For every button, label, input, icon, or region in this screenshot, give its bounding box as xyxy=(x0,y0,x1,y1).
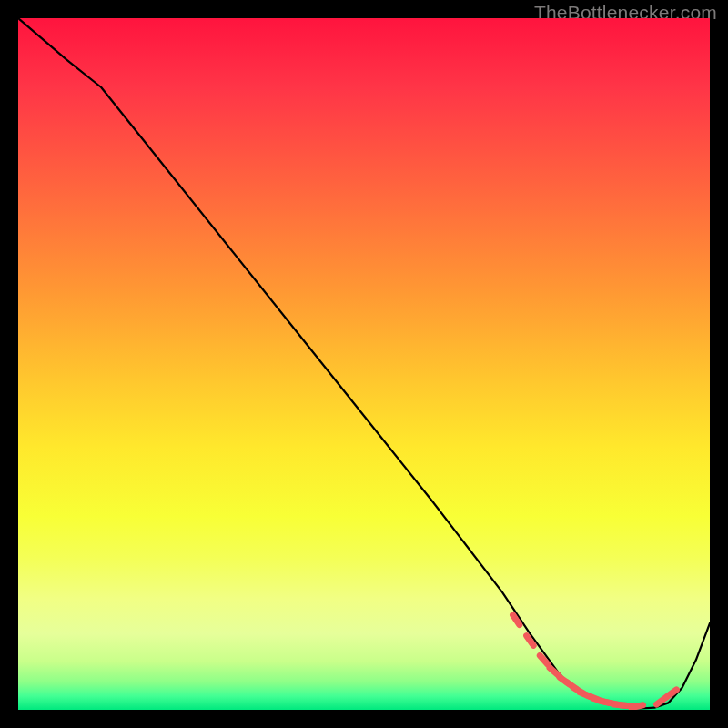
marker-dots xyxy=(513,615,677,708)
plot-area xyxy=(18,18,710,710)
svg-line-3 xyxy=(550,668,559,676)
chart-svg xyxy=(18,18,710,710)
svg-line-14 xyxy=(632,705,643,708)
chart-stage: TheBottlenecker.com xyxy=(0,0,728,728)
curve-line xyxy=(18,18,710,708)
